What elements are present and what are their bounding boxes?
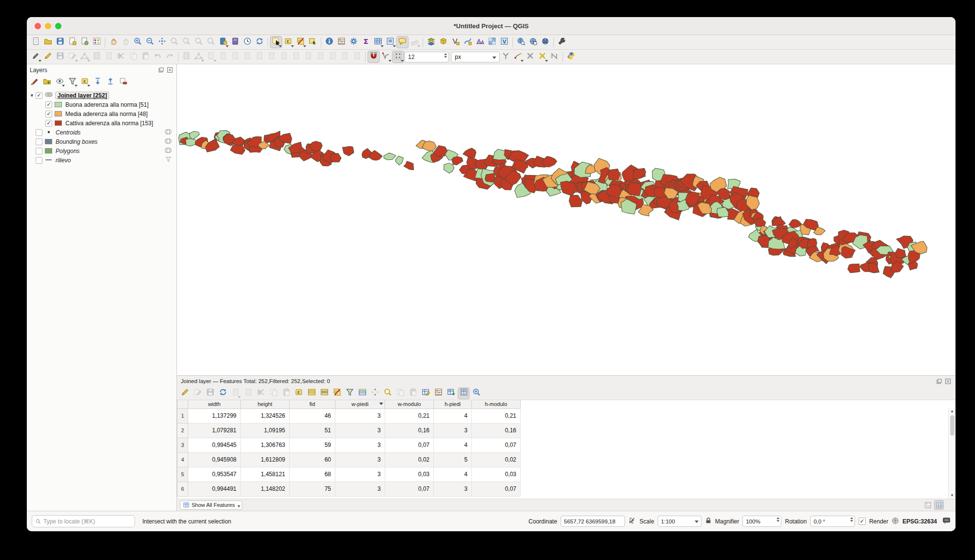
- cell-w-modulo[interactable]: 0,02: [385, 452, 434, 467]
- magnifier-input[interactable]: [746, 519, 778, 524]
- cell-width[interactable]: 1,137299: [188, 408, 241, 423]
- filter-select-button[interactable]: [344, 387, 355, 399]
- filter-legend-button[interactable]: [67, 77, 78, 88]
- cell-w-modulo[interactable]: 0,16: [385, 423, 434, 438]
- cell-height[interactable]: 1,09195: [241, 423, 290, 438]
- layer-checkbox[interactable]: [36, 148, 42, 154]
- layer-item-bounding-boxes[interactable]: Bounding boxes: [27, 137, 176, 146]
- locate-input[interactable]: [43, 518, 131, 525]
- show-bookmarks-button[interactable]: [229, 36, 241, 48]
- cell-w-modulo[interactable]: 0,07: [385, 482, 434, 496]
- dropdown-caret-icon[interactable]: [545, 60, 548, 62]
- dropdown-caret-icon[interactable]: [75, 85, 78, 87]
- memory-layer-indicator-icon[interactable]: [165, 138, 172, 145]
- zoom-in-button[interactable]: [132, 36, 144, 48]
- field-calculator-button[interactable]: [384, 36, 396, 48]
- identify-features-button[interactable]: [323, 36, 335, 48]
- dropdown-caret-icon[interactable]: [87, 85, 90, 87]
- table-row[interactable]: 11,1372991,3245264630,2140,21: [177, 408, 521, 423]
- feature-filter-button[interactable]: Show All Features: [180, 501, 242, 510]
- statistical-summary-button[interactable]: [335, 36, 348, 48]
- memory-layer-indicator-icon[interactable]: [165, 129, 172, 136]
- cell-h-modulo[interactable]: 0,07: [472, 438, 521, 452]
- column-header-h-piedi[interactable]: h-piedi: [434, 400, 472, 408]
- row-number[interactable]: 6: [177, 482, 188, 496]
- float-attribute-panel-icon[interactable]: [936, 378, 943, 385]
- cell-fid[interactable]: 68: [290, 467, 335, 482]
- select-by-expression-button[interactable]: ε: [282, 36, 294, 48]
- select-features-button[interactable]: [270, 36, 282, 48]
- cell-w-piedi[interactable]: 3: [335, 408, 385, 423]
- datasource-manager-button[interactable]: [425, 36, 437, 48]
- column-header-w-piedi[interactable]: w-piedi: [335, 400, 385, 408]
- dropdown-caret-icon[interactable]: [62, 85, 65, 87]
- new-virtual-layer-button[interactable]: [462, 36, 474, 48]
- add-group-button[interactable]: [41, 77, 53, 88]
- row-number[interactable]: 3: [177, 438, 188, 452]
- layer-checkbox[interactable]: ✓: [45, 120, 52, 127]
- extents-toggle-icon[interactable]: [628, 517, 636, 526]
- memory-layer-indicator-icon[interactable]: [165, 148, 172, 154]
- layer-checkbox[interactable]: [36, 138, 42, 145]
- dropdown-caret-icon[interactable]: [389, 60, 391, 62]
- magnifier-field[interactable]: [742, 516, 781, 527]
- pan-to-selection-button[interactable]: [369, 387, 381, 399]
- show-sum-statistics-button[interactable]: Σ: [360, 36, 372, 48]
- cell-fid[interactable]: 75: [290, 482, 335, 496]
- enable-snapping-button[interactable]: [368, 51, 380, 63]
- rotation-input[interactable]: [814, 519, 852, 524]
- new-vector-layer-button[interactable]: V: [498, 36, 510, 48]
- crs-status[interactable]: EPSG:32634: [902, 518, 937, 525]
- dropdown-caret-icon[interactable]: [303, 45, 306, 47]
- cell-h-piedi[interactable]: 4: [434, 438, 472, 452]
- qgis-resource-sharing-button[interactable]: [539, 36, 551, 48]
- lock-scale-icon[interactable]: [705, 517, 712, 525]
- new-raster-layer-button[interactable]: [486, 36, 498, 48]
- snapping-unit-combo[interactable]: px: [451, 52, 500, 62]
- cell-h-piedi[interactable]: 3: [434, 482, 472, 496]
- table-row[interactable]: 50,9535471,4581216830,0340,03: [177, 467, 521, 482]
- legend-item-class-bad[interactable]: ✓Cattiva aderenza alla norma [153]: [27, 118, 176, 128]
- open-attribute-table-button[interactable]: [372, 36, 384, 48]
- deselect-all-button[interactable]: [294, 36, 307, 48]
- select-all-button[interactable]: [306, 387, 317, 399]
- snapping-options-button[interactable]: [392, 51, 404, 63]
- close-panel-icon[interactable]: [166, 66, 174, 74]
- map-canvas[interactable]: [177, 64, 956, 375]
- cell-height[interactable]: 1,458121: [241, 467, 290, 482]
- form-view-button[interactable]: [923, 500, 933, 510]
- table-scrollbar[interactable]: ▲ ▼: [948, 408, 956, 499]
- dropdown-caret-icon[interactable]: [238, 396, 241, 398]
- table-row[interactable]: 40,9459081,6128096030,0250,02: [177, 452, 521, 467]
- collapse-all-button[interactable]: [105, 77, 116, 88]
- cell-height[interactable]: 1,148202: [241, 482, 290, 496]
- cell-h-piedi[interactable]: 5: [434, 452, 472, 467]
- cell-height[interactable]: 1,324526: [241, 408, 290, 423]
- float-panel-icon[interactable]: [157, 66, 165, 74]
- select-by-location-button[interactable]: [307, 36, 319, 48]
- table-view-button[interactable]: [934, 500, 944, 510]
- reload-table-button[interactable]: [217, 387, 229, 399]
- scroll-down-icon[interactable]: ▼: [950, 493, 954, 499]
- dropdown-caret-icon[interactable]: [75, 60, 78, 62]
- column-header-fid[interactable]: fid: [290, 400, 335, 408]
- dropdown-caret-icon[interactable]: [226, 45, 229, 47]
- layer-item-joined-layer[interactable]: ▼✓Joined layer [252]: [27, 91, 176, 100]
- select-by-expression-button[interactable]: ε: [293, 387, 305, 399]
- layer-checkbox[interactable]: [36, 129, 42, 136]
- zoom-full-button[interactable]: [156, 36, 168, 48]
- dropdown-caret-icon[interactable]: [381, 45, 384, 47]
- cell-h-modulo[interactable]: 0,21: [472, 408, 521, 423]
- column-header-w-modulo[interactable]: w-modulo: [385, 400, 434, 408]
- coordinate-input[interactable]: [564, 519, 622, 524]
- rotate-symbol-button[interactable]: [548, 51, 561, 63]
- layer-item-polygons[interactable]: Polygons: [27, 146, 176, 155]
- cell-h-modulo[interactable]: 0,02: [472, 452, 521, 467]
- title-bar[interactable]: *Untitled Project — QGIS: [27, 17, 956, 35]
- open-layer-styling-button[interactable]: [29, 77, 40, 88]
- delete-vertex-button[interactable]: [524, 51, 536, 63]
- cell-fid[interactable]: 60: [290, 452, 335, 467]
- manage-map-themes-button[interactable]: [54, 77, 65, 88]
- cell-h-piedi[interactable]: 4: [434, 408, 472, 423]
- python-console-button[interactable]: [565, 51, 577, 63]
